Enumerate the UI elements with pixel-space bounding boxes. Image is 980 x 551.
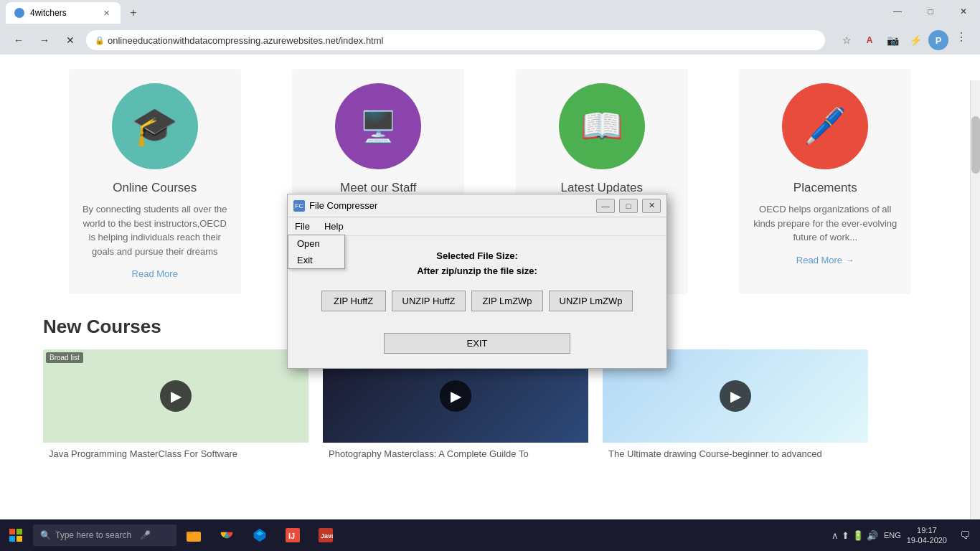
taskbar-java[interactable]: Java (310, 519, 341, 551)
tab-title: 4witchers (30, 8, 67, 18)
dialog-menu-bar: File Open Exit Help (288, 217, 666, 236)
file-dropdown: Open Exit (288, 235, 345, 269)
browser-actions: ☆ A 📷 ⚡ P ⋮ (837, 30, 971, 50)
tab-close-button[interactable]: ✕ (100, 7, 112, 19)
scrollbar-thumb[interactable] (971, 116, 980, 174)
file-menu[interactable]: File Open Exit (288, 219, 317, 234)
browser-tab[interactable]: 4witchers ✕ (6, 2, 121, 24)
help-menu[interactable]: Help (317, 219, 351, 234)
feature-circle-online-courses: 🎓 (112, 83, 198, 169)
search-icon: 🔍 (40, 530, 51, 540)
tray-up-arrow[interactable]: ∧ (831, 530, 839, 541)
exit-button[interactable]: EXIT (384, 333, 570, 354)
unzip-lmzwp-button[interactable]: UNZIP LmZWp (549, 291, 633, 311)
scrollbar[interactable] (970, 80, 980, 522)
microphone-icon[interactable]: 🎤 (140, 530, 151, 540)
svg-rect-1 (17, 529, 22, 534)
chrome-icon (220, 528, 234, 542)
feature-circle-placements: 🖊️ (782, 83, 868, 169)
dialog-minimize-button[interactable]: — (596, 199, 615, 213)
unzip-huffz-button[interactable]: UNZIP HuffZ (392, 291, 466, 311)
flash-button[interactable]: ⚡ (905, 30, 925, 50)
placements-desc: OECD helps organizations of all kinds pr… (750, 202, 900, 245)
window-close-button[interactable]: ✕ (947, 0, 980, 23)
placements-read-more[interactable]: Read More → (796, 255, 854, 265)
open-menu-item[interactable]: Open (288, 235, 344, 252)
dialog-info: Selected File Size: After zip/unzip the … (309, 250, 645, 276)
start-button[interactable] (0, 519, 32, 551)
top-bar: 4witchers ✕ + — □ ✕ (0, 0, 980, 26)
dialog-titlebar: FC File Compresser — □ ✕ (288, 194, 666, 217)
course-thumb-1: ▶ Broad list (43, 349, 308, 443)
tray-battery-icon[interactable]: 🔋 (852, 530, 864, 541)
profile-button[interactable]: P (928, 30, 948, 50)
window-maximize-button[interactable]: □ (914, 0, 947, 23)
course-title-1: Java Programming MasterClass For Softwar… (43, 443, 308, 459)
bookmark-button[interactable]: ☆ (837, 30, 857, 50)
play-button-1[interactable]: ▶ (160, 380, 192, 412)
zip-huffz-button[interactable]: ZIP HuffZ (321, 291, 386, 311)
windows-start-icon (9, 529, 22, 542)
dialog-action-buttons: ZIP HuffZ UNZIP HuffZ ZIP LmZWp UNZIP Lm… (309, 291, 645, 311)
intellij-icon: IJ (286, 528, 300, 542)
latest-updates-title: Latest Updates (527, 181, 677, 195)
taskbar: 🔍 Type here to search 🎤 IJ (0, 519, 980, 551)
tray-language[interactable]: ENG (881, 529, 904, 541)
window-controls: — □ ✕ (881, 0, 980, 26)
acrobat-button[interactable]: A (859, 30, 880, 50)
camera-button[interactable]: 📷 (882, 30, 903, 50)
screen-icon: 🖥️ (359, 109, 397, 144)
tray-upload-icon[interactable]: ⬆ (842, 530, 849, 541)
folder-icon (187, 528, 201, 542)
menu-button[interactable]: ⋮ (951, 30, 971, 50)
system-clock[interactable]: 19:17 19-04-2020 (907, 525, 947, 546)
reload-button[interactable]: ✕ (60, 30, 80, 50)
clock-time: 19:17 (907, 525, 947, 535)
tab-region: 4witchers ✕ + (0, 0, 881, 26)
dialog-app-icon: FC (293, 200, 305, 212)
graduation-cap-icon: 🎓 (131, 105, 178, 149)
svg-rect-0 (9, 529, 15, 534)
svg-text:Java: Java (321, 532, 333, 540)
back-button[interactable]: ← (9, 30, 29, 50)
dialog-close-button[interactable]: ✕ (642, 199, 661, 213)
svg-rect-3 (17, 536, 22, 542)
url-box[interactable]: 🔒 onlineeducationwithdatacompressing.azu… (86, 30, 825, 50)
dialog-exit-area: EXIT (309, 333, 645, 354)
taskbar-search-box[interactable]: 🔍 Type here to search 🎤 (33, 524, 176, 546)
online-courses-desc: By connecting students all over the worl… (80, 202, 230, 258)
new-tab-button[interactable]: + (123, 3, 143, 23)
play-button-2[interactable]: ▶ (440, 380, 471, 412)
taskbar-vscode[interactable] (244, 519, 275, 551)
course-title-2: Photography Masterclass: A Complete Guil… (323, 443, 588, 459)
online-courses-read-more[interactable]: Read More (132, 268, 178, 279)
tab-favicon (14, 8, 24, 18)
dialog-title-text: File Compresser (309, 200, 592, 211)
course-card-1: ▶ Broad list Java Programming MasterClas… (43, 349, 308, 459)
svg-text:IJ: IJ (288, 532, 295, 540)
svg-rect-2 (9, 536, 15, 542)
selected-size-label: Selected File Size: (309, 250, 645, 261)
dialog-overlay: FC File Compresser — □ ✕ File Open Exit … (287, 194, 667, 369)
after-zip-label: After zip/unzip the file size: (309, 265, 645, 276)
url-text: onlineeducationwithdatacompressing.azure… (108, 35, 383, 46)
file-compressor-dialog: FC File Compresser — □ ✕ File Open Exit … (287, 194, 667, 369)
taskbar-intellij[interactable]: IJ (277, 519, 308, 551)
dialog-maximize-button[interactable]: □ (619, 199, 638, 213)
pen-icon: 🖊️ (804, 106, 847, 146)
meet-staff-title: Meet our Staff (303, 181, 453, 195)
notification-button[interactable]: 🗨 (956, 529, 974, 541)
tab-bar: 4witchers ✕ + (0, 0, 881, 26)
exit-menu-item[interactable]: Exit (288, 252, 344, 268)
zip-lmzwp-button[interactable]: ZIP LmZWp (471, 291, 542, 311)
course-badge-1: Broad list (46, 352, 83, 363)
forward-button[interactable]: → (34, 30, 55, 50)
taskbar-chrome[interactable] (211, 519, 242, 551)
play-button-3[interactable]: ▶ (720, 380, 751, 412)
online-courses-title: Online Courses (80, 181, 230, 195)
vscode-icon (253, 528, 267, 542)
book-icon: 📖 (580, 106, 623, 146)
window-minimize-button[interactable]: — (881, 0, 914, 23)
taskbar-file-explorer[interactable] (178, 519, 209, 551)
tray-volume-icon[interactable]: 🔊 (867, 530, 878, 541)
